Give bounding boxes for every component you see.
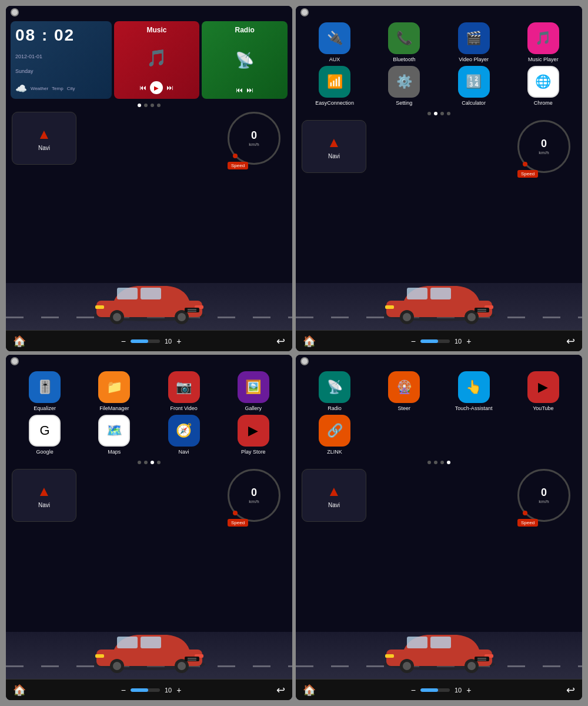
bottom-widgets-4: ▲ Navi 0 km/h Speed — [296, 467, 582, 575]
app-item-play-store[interactable]: ▶Play Store — [220, 415, 286, 455]
vol-minus-2[interactable]: − — [411, 337, 416, 346]
app-item-chrome[interactable]: 🌐Chrome — [510, 66, 576, 106]
app-item-gallery[interactable]: 🖼️Gallery — [220, 371, 286, 411]
app-icon-youtube: ▶ — [527, 371, 559, 403]
navi-widget-3[interactable]: ▲ Navi — [12, 469, 76, 522]
home-button-2[interactable]: 🏠 — [303, 335, 316, 348]
svg-rect-11 — [188, 309, 196, 310]
bottom-nav-4: 🏠 − 10 + ↩ — [296, 679, 582, 700]
prev-track-button[interactable]: ⏮ — [139, 84, 146, 92]
app-item-zlink[interactable]: 🔗ZLINK — [302, 415, 368, 455]
app-label-equalizer: Equalizer — [34, 405, 56, 411]
speed-value-1: 0 — [251, 129, 257, 142]
dot-3-2[interactable] — [144, 461, 148, 464]
app-item-touch-assistant[interactable]: 👆Touch-Assistant — [441, 371, 507, 411]
dot-4[interactable] — [157, 104, 161, 107]
vol-number-4: 10 — [455, 687, 462, 694]
app-label-touch-assistant: Touch-Assistant — [455, 405, 493, 411]
app-icon-equalizer: 🎚️ — [29, 371, 61, 403]
home-button-4[interactable]: 🏠 — [303, 684, 316, 697]
app-label-navi: Navi — [179, 449, 189, 455]
dot-4-4[interactable] — [447, 461, 450, 464]
app-item-bluetooth[interactable]: 📞Bluetooth — [371, 22, 437, 62]
radio-widget[interactable]: Radio 📡 ⏮ ⏭ — [202, 21, 288, 99]
app-item-equalizer[interactable]: 🎚️Equalizer — [12, 371, 78, 411]
clock-widget: 08 : 02 2012-01-01 Sunday ☁️ Weather Tem… — [11, 21, 112, 99]
vol-plus-4[interactable]: + — [466, 685, 471, 695]
svg-point-20 — [467, 313, 476, 321]
home-button-3[interactable]: 🏠 — [13, 684, 26, 697]
vol-minus-3[interactable]: − — [121, 685, 126, 695]
bottom-nav-3: 🏠 − 10 + ↩ — [6, 679, 292, 700]
vol-minus-1[interactable]: − — [121, 337, 126, 346]
app-icon-gallery: 🖼️ — [238, 371, 269, 403]
status-dot-2 — [300, 8, 309, 16]
play-button[interactable]: ▶ — [150, 81, 163, 94]
app-item-maps[interactable]: 🗺️Maps — [81, 415, 147, 455]
app-item-filemanager[interactable]: 📁FileManager — [81, 371, 147, 411]
navi-arrow-icon-2: ▲ — [327, 134, 341, 151]
back-button-3[interactable]: ↩ — [276, 684, 285, 697]
dot-2-4[interactable] — [447, 112, 450, 115]
vol-plus-3[interactable]: + — [176, 685, 181, 695]
dot-3-4[interactable] — [157, 461, 161, 464]
app-item-google[interactable]: GGoogle — [12, 415, 78, 455]
speed-widget-1: 0 km/h — [228, 112, 280, 165]
back-button-1[interactable]: ↩ — [276, 335, 285, 348]
navi-arrow-icon-4: ▲ — [327, 483, 341, 499]
back-button-4[interactable]: ↩ — [566, 684, 575, 697]
speed-indicator-2 — [523, 162, 527, 166]
vol-number-2: 10 — [455, 338, 462, 345]
app-item-navi[interactable]: 🧭Navi — [151, 415, 217, 455]
next-track-button[interactable]: ⏭ — [166, 84, 173, 92]
dot-4-2[interactable] — [434, 461, 437, 464]
navi-widget-1[interactable]: ▲ Navi — [12, 112, 76, 165]
speed-indicator-1 — [233, 154, 238, 158]
app-item-front-video[interactable]: 📷Front Video — [151, 371, 217, 411]
app-label-radio: Radio — [328, 405, 342, 411]
dot-2-1[interactable] — [427, 112, 431, 115]
radio-prev-button[interactable]: ⏮ — [236, 86, 243, 94]
app-item-music-player[interactable]: 🎵Music Player — [510, 22, 576, 62]
screen-3: 🎚️Equalizer📁FileManager📷Front Video🖼️Gal… — [6, 355, 292, 700]
app-item-calculator[interactable]: 🔢Calculator — [441, 66, 507, 106]
speed-widget-3: 0 km/h — [228, 469, 280, 522]
app-item-radio[interactable]: 📡Radio — [302, 371, 368, 411]
vol-plus-1[interactable]: + — [176, 337, 181, 346]
app-icon-easyconnection: 📶 — [319, 66, 350, 98]
clock-weather: ☁️ Weather Temp City — [15, 83, 107, 94]
app-item-steer[interactable]: 🎡Steer — [371, 371, 437, 411]
dot-4-3[interactable] — [440, 461, 444, 464]
dot-4-1[interactable] — [427, 461, 431, 464]
navi-widget-2[interactable]: ▲ Navi — [302, 120, 366, 173]
speed-widget-4: 0 km/h — [517, 469, 570, 522]
svg-rect-47 — [385, 654, 394, 658]
dot-3-1[interactable] — [138, 461, 141, 464]
dot-2-2[interactable] — [434, 112, 437, 115]
back-button-2[interactable]: ↩ — [566, 335, 575, 348]
music-title: Music — [146, 26, 166, 34]
radio-next-button[interactable]: ⏭ — [246, 86, 253, 94]
app-item-video-player[interactable]: 🎬Video Player — [441, 22, 507, 62]
home-button-1[interactable]: 🏠 — [13, 335, 26, 348]
app-icon-video-player: 🎬 — [458, 22, 490, 54]
vol-minus-4[interactable]: − — [411, 685, 416, 695]
dot-2-3[interactable] — [440, 112, 444, 115]
app-item-youtube[interactable]: ▶YouTube — [510, 371, 576, 411]
music-widget[interactable]: Music 🎵 ⏮ ▶ ⏭ — [114, 21, 200, 99]
bottom-nav-1: 🏠 − 10 + ↩ — [6, 330, 292, 351]
app-item-easyconnection[interactable]: 📶EasyConnection — [302, 66, 368, 106]
dot-1[interactable] — [138, 104, 141, 107]
app-item-aux[interactable]: 🔌AUX — [302, 22, 368, 62]
dot-2[interactable] — [144, 104, 148, 107]
navi-widget-4[interactable]: ▲ Navi — [302, 469, 366, 522]
page-dots-1 — [6, 101, 292, 109]
vol-plus-2[interactable]: + — [466, 337, 471, 346]
svg-point-18 — [403, 313, 411, 321]
dot-3-3[interactable] — [151, 461, 154, 464]
status-dot-4 — [300, 357, 309, 365]
svg-rect-42 — [430, 637, 451, 648]
app-item-setting[interactable]: ⚙️Setting — [371, 66, 437, 106]
speed-value-2: 0 — [541, 138, 547, 150]
dot-3[interactable] — [151, 104, 154, 107]
